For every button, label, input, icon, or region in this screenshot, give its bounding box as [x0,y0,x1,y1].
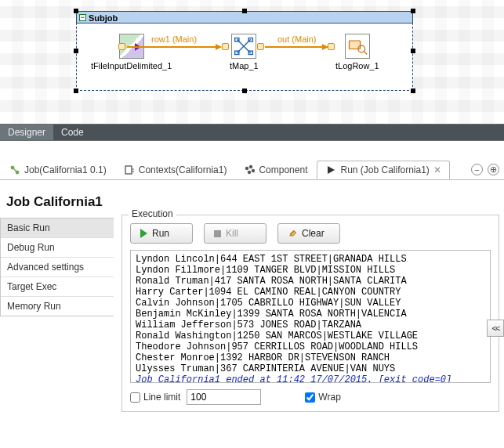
resize-handle[interactable] [242,9,247,13]
tab-label: Component [259,164,307,175]
design-canvas[interactable]: − Subjob tFileInputDelimited_1 tMap_1 [0,0,504,124]
linelimit-input[interactable] [187,389,261,405]
tab-label: Job(California1 0.1) [24,164,107,175]
node-tlogrow[interactable]: tLogRow_1 [335,34,379,70]
sidebar-item-memory-run[interactable]: Memory Run [1,297,114,316]
close-icon[interactable]: ✕ [433,164,441,175]
flow-label: out (Main) [277,34,317,44]
play-icon [140,229,147,238]
flow-label: row1 (Main) [151,34,197,44]
resize-handle[interactable] [74,89,78,93]
execution-group: Execution Run Kill Clear Lyndon Linco [121,215,499,412]
linelimit-checkbox[interactable]: Line limit [130,392,180,403]
svg-point-14 [250,165,253,168]
button-label: Run [152,228,169,239]
clear-button[interactable]: Clear [277,223,340,244]
component-icon [244,164,255,175]
svg-point-13 [246,167,249,170]
wrap-checkbox[interactable]: Wrap [305,392,340,403]
subjob-frame[interactable]: − Subjob tFileInputDelimited_1 tMap_1 [76,11,413,91]
resize-handle[interactable] [411,49,415,53]
button-label: Clear [302,228,325,239]
panel-tabbar: Job(California1 0.1) Contexts(California… [0,160,504,180]
svg-point-16 [252,169,256,172]
tlogrow-icon [345,34,370,59]
kill-button[interactable]: Kill [204,223,267,244]
wrap-label: Wrap [318,392,340,403]
execution-legend: Execution [129,208,176,219]
contexts-icon [124,164,135,175]
port-in[interactable] [222,43,229,50]
stop-icon [214,230,221,237]
job-icon [9,164,20,175]
flow-row1[interactable] [127,46,221,48]
run-panel: Job California1 Basic Run Debug Run Adva… [0,180,504,448]
port-out[interactable] [118,43,125,50]
node-label: tLogRow_1 [335,61,379,70]
resize-handle[interactable] [411,89,415,93]
node-tmap[interactable]: tMap_1 [230,34,259,70]
tab-label: Run (Job California1) [340,164,429,175]
run-side-list: Basic Run Debug Run Advanced settings Ta… [0,218,114,316]
tab-contexts[interactable]: Contexts(California1) [116,161,235,179]
node-label: tFileInputDelimited_1 [91,61,172,70]
tab-designer[interactable]: Designer [0,125,53,140]
run-icon [325,164,336,175]
sidebar-item-target-exec[interactable]: Target Exec [1,277,114,297]
linelimit-label: Line limit [143,392,180,403]
svg-line-9 [13,168,16,172]
port-in[interactable] [328,43,335,50]
clear-icon [288,229,297,238]
resize-handle[interactable] [74,49,78,53]
flow-out[interactable] [265,46,328,48]
scroll-left-button[interactable]: << [487,320,504,337]
linelimit-check-input[interactable] [130,392,140,403]
svg-point-15 [248,171,252,174]
sidebar-item-basic-run[interactable]: Basic Run [1,219,114,238]
port-out[interactable] [257,43,264,50]
run-button[interactable]: Run [130,223,193,244]
maximize-button[interactable]: ⊕ [488,164,499,175]
svg-line-6 [364,51,367,54]
tab-run[interactable]: Run (Job California1) ✕ [317,161,449,179]
wrap-check-input[interactable] [305,392,315,403]
tmap-icon [231,34,256,59]
console-output[interactable]: Lyndon Lincoln|644 EAST 1ST STREET|GRANA… [130,250,491,383]
node-label: tMap_1 [230,61,259,70]
page-title: Job California1 [0,180,114,218]
tab-component[interactable]: Component [236,161,315,179]
button-label: Kill [226,228,238,239]
sidebar-item-debug-run[interactable]: Debug Run [1,238,114,258]
tab-code[interactable]: Code [53,125,92,140]
resize-handle[interactable] [242,89,247,93]
resize-handle[interactable] [411,9,415,13]
collapse-icon[interactable]: − [79,14,86,21]
canvas-tabbar: Designer Code [0,124,504,141]
subjob-title-text: Subjob [89,13,118,23]
svg-rect-10 [125,166,132,174]
tab-label: Contexts(California1) [139,164,227,175]
sidebar-item-advanced-settings[interactable]: Advanced settings [1,258,114,277]
resize-handle[interactable] [74,9,78,13]
minimize-button[interactable]: − [471,164,483,175]
tab-job[interactable]: Job(California1 0.1) [2,161,114,179]
